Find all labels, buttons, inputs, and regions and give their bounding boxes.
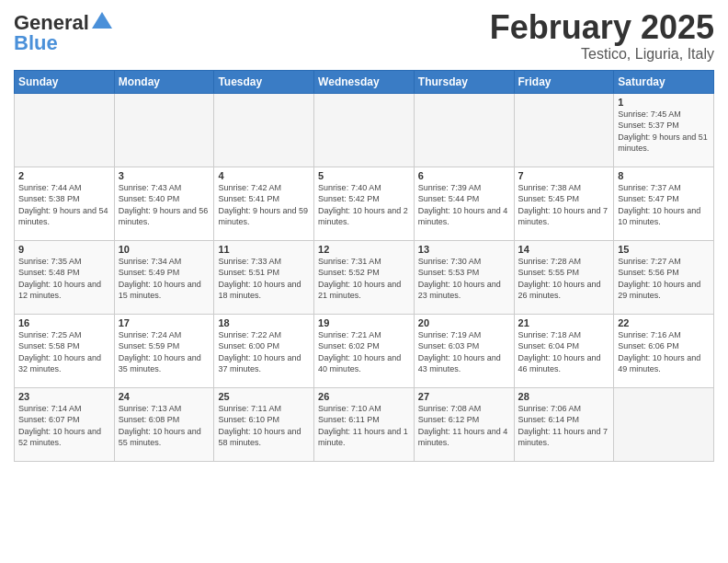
calendar-cell: 24Sunrise: 7:13 AM Sunset: 6:08 PM Dayli… <box>114 387 214 461</box>
calendar-cell <box>15 93 115 167</box>
day-number: 27 <box>418 391 510 402</box>
calendar-cell <box>314 93 415 167</box>
day-info: Sunrise: 7:18 AM Sunset: 6:04 PM Dayligh… <box>518 329 610 375</box>
svg-marker-0 <box>92 12 112 29</box>
day-info: Sunrise: 7:40 AM Sunset: 5:42 PM Dayligh… <box>318 182 410 228</box>
calendar-cell <box>414 93 514 167</box>
calendar-cell: 4Sunrise: 7:42 AM Sunset: 5:41 PM Daylig… <box>214 167 314 240</box>
header-row: Sunday Monday Tuesday Wednesday Thursday… <box>15 70 714 93</box>
calendar-cell: 2Sunrise: 7:44 AM Sunset: 5:38 PM Daylig… <box>15 167 115 240</box>
calendar-cell: 7Sunrise: 7:38 AM Sunset: 5:45 PM Daylig… <box>514 167 614 240</box>
day-info: Sunrise: 7:31 AM Sunset: 5:52 PM Dayligh… <box>318 256 410 302</box>
day-info: Sunrise: 7:13 AM Sunset: 6:08 PM Dayligh… <box>119 403 210 449</box>
day-info: Sunrise: 7:30 AM Sunset: 5:53 PM Dayligh… <box>418 256 510 302</box>
day-info: Sunrise: 7:34 AM Sunset: 5:49 PM Dayligh… <box>119 256 210 302</box>
day-number: 14 <box>518 244 610 255</box>
day-number: 13 <box>418 244 510 255</box>
calendar-cell: 14Sunrise: 7:28 AM Sunset: 5:55 PM Dayli… <box>514 240 614 314</box>
day-info: Sunrise: 7:21 AM Sunset: 6:02 PM Dayligh… <box>318 329 410 375</box>
calendar-cell: 8Sunrise: 7:37 AM Sunset: 5:47 PM Daylig… <box>614 167 714 240</box>
day-info: Sunrise: 7:16 AM Sunset: 6:06 PM Dayligh… <box>618 329 710 375</box>
calendar-cell: 28Sunrise: 7:06 AM Sunset: 6:14 PM Dayli… <box>514 387 614 461</box>
day-info: Sunrise: 7:42 AM Sunset: 5:41 PM Dayligh… <box>218 182 310 228</box>
day-info: Sunrise: 7:10 AM Sunset: 6:11 PM Dayligh… <box>318 403 410 449</box>
calendar-body: 1Sunrise: 7:45 AM Sunset: 5:37 PM Daylig… <box>15 93 714 461</box>
month-title: February 2025 <box>490 9 714 46</box>
day-info: Sunrise: 7:33 AM Sunset: 5:51 PM Dayligh… <box>218 256 310 302</box>
title-block: February 2025 Testico, Liguria, Italy <box>490 9 714 63</box>
day-number: 23 <box>18 391 110 402</box>
day-number: 9 <box>18 244 110 255</box>
day-info: Sunrise: 7:35 AM Sunset: 5:48 PM Dayligh… <box>18 256 110 302</box>
day-number: 1 <box>618 97 710 108</box>
day-number: 7 <box>518 170 610 181</box>
calendar-cell <box>114 93 214 167</box>
day-info: Sunrise: 7:27 AM Sunset: 5:56 PM Dayligh… <box>618 256 710 302</box>
calendar-cell: 18Sunrise: 7:22 AM Sunset: 6:00 PM Dayli… <box>214 314 314 387</box>
day-number: 5 <box>318 170 410 181</box>
calendar-cell: 21Sunrise: 7:18 AM Sunset: 6:04 PM Dayli… <box>514 314 614 387</box>
day-info: Sunrise: 7:39 AM Sunset: 5:44 PM Dayligh… <box>418 182 510 228</box>
col-monday: Monday <box>114 70 214 93</box>
day-number: 12 <box>318 244 410 255</box>
day-number: 25 <box>218 391 310 402</box>
calendar-cell: 16Sunrise: 7:25 AM Sunset: 5:58 PM Dayli… <box>15 314 115 387</box>
calendar-header: Sunday Monday Tuesday Wednesday Thursday… <box>15 70 714 93</box>
day-number: 19 <box>318 317 410 328</box>
day-info: Sunrise: 7:44 AM Sunset: 5:38 PM Dayligh… <box>18 182 110 228</box>
day-number: 16 <box>18 317 110 328</box>
day-info: Sunrise: 7:06 AM Sunset: 6:14 PM Dayligh… <box>518 403 610 449</box>
col-saturday: Saturday <box>614 70 714 93</box>
calendar-cell: 3Sunrise: 7:43 AM Sunset: 5:40 PM Daylig… <box>114 167 214 240</box>
header: General Blue February 2025 Testico, Ligu… <box>14 9 714 63</box>
calendar-cell <box>214 93 314 167</box>
day-number: 15 <box>618 244 710 255</box>
day-number: 3 <box>119 170 210 181</box>
calendar-cell: 1Sunrise: 7:45 AM Sunset: 5:37 PM Daylig… <box>614 93 714 167</box>
day-number: 4 <box>218 170 310 181</box>
day-info: Sunrise: 7:24 AM Sunset: 5:59 PM Dayligh… <box>119 329 210 375</box>
day-number: 8 <box>618 170 710 181</box>
day-number: 20 <box>418 317 510 328</box>
day-info: Sunrise: 7:22 AM Sunset: 6:00 PM Dayligh… <box>218 329 310 375</box>
day-info: Sunrise: 7:25 AM Sunset: 5:58 PM Dayligh… <box>18 329 110 375</box>
calendar-cell: 11Sunrise: 7:33 AM Sunset: 5:51 PM Dayli… <box>214 240 314 314</box>
day-number: 11 <box>218 244 310 255</box>
location: Testico, Liguria, Italy <box>490 46 714 63</box>
day-number: 6 <box>418 170 510 181</box>
col-tuesday: Tuesday <box>214 70 314 93</box>
calendar-cell: 22Sunrise: 7:16 AM Sunset: 6:06 PM Dayli… <box>614 314 714 387</box>
day-number: 22 <box>618 317 710 328</box>
page-container: General Blue February 2025 Testico, Ligu… <box>0 0 728 471</box>
day-info: Sunrise: 7:45 AM Sunset: 5:37 PM Dayligh… <box>618 109 710 155</box>
day-info: Sunrise: 7:28 AM Sunset: 5:55 PM Dayligh… <box>518 256 610 302</box>
logo: General Blue <box>14 9 112 53</box>
calendar-cell: 9Sunrise: 7:35 AM Sunset: 5:48 PM Daylig… <box>15 240 115 314</box>
calendar-cell: 6Sunrise: 7:39 AM Sunset: 5:44 PM Daylig… <box>414 167 514 240</box>
calendar-cell <box>514 93 614 167</box>
col-wednesday: Wednesday <box>314 70 415 93</box>
logo-top: General <box>14 13 112 33</box>
calendar-week-4: 16Sunrise: 7:25 AM Sunset: 5:58 PM Dayli… <box>15 314 714 387</box>
day-number: 26 <box>318 391 410 402</box>
day-number: 18 <box>218 317 310 328</box>
calendar-cell: 27Sunrise: 7:08 AM Sunset: 6:12 PM Dayli… <box>414 387 514 461</box>
logo-icon <box>92 12 112 29</box>
day-info: Sunrise: 7:37 AM Sunset: 5:47 PM Dayligh… <box>618 182 710 228</box>
calendar-cell: 12Sunrise: 7:31 AM Sunset: 5:52 PM Dayli… <box>314 240 415 314</box>
logo-general: General <box>14 13 89 33</box>
day-number: 10 <box>119 244 210 255</box>
calendar-cell: 23Sunrise: 7:14 AM Sunset: 6:07 PM Dayli… <box>15 387 115 461</box>
calendar-table: Sunday Monday Tuesday Wednesday Thursday… <box>14 70 714 462</box>
day-info: Sunrise: 7:38 AM Sunset: 5:45 PM Dayligh… <box>518 182 610 228</box>
calendar-cell: 26Sunrise: 7:10 AM Sunset: 6:11 PM Dayli… <box>314 387 415 461</box>
col-thursday: Thursday <box>414 70 514 93</box>
day-info: Sunrise: 7:11 AM Sunset: 6:10 PM Dayligh… <box>218 403 310 449</box>
day-number: 17 <box>119 317 210 328</box>
calendar-week-3: 9Sunrise: 7:35 AM Sunset: 5:48 PM Daylig… <box>15 240 714 314</box>
calendar-cell: 5Sunrise: 7:40 AM Sunset: 5:42 PM Daylig… <box>314 167 415 240</box>
day-info: Sunrise: 7:19 AM Sunset: 6:03 PM Dayligh… <box>418 329 510 375</box>
logo-blue: Blue <box>14 33 58 53</box>
calendar-cell: 10Sunrise: 7:34 AM Sunset: 5:49 PM Dayli… <box>114 240 214 314</box>
calendar-cell: 20Sunrise: 7:19 AM Sunset: 6:03 PM Dayli… <box>414 314 514 387</box>
